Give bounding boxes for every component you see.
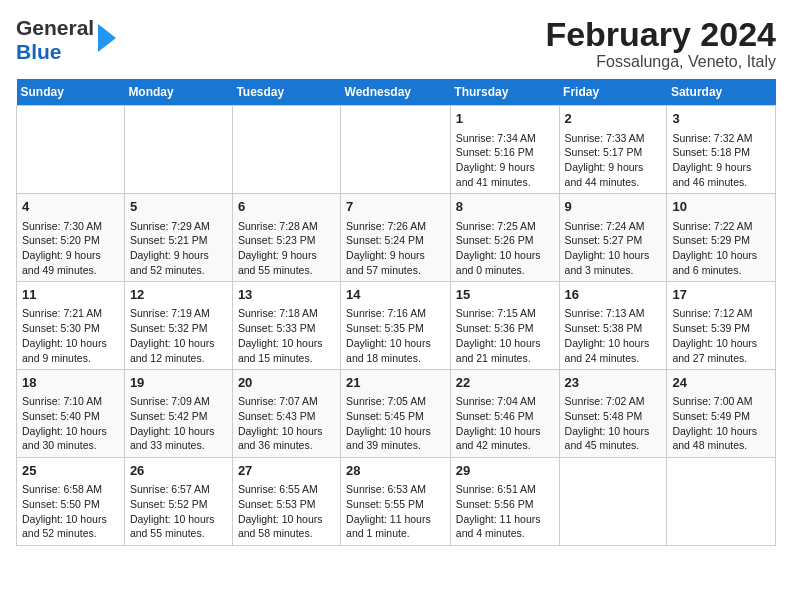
day-number: 8 (456, 198, 554, 216)
calendar-cell: 10Sunrise: 7:22 AM Sunset: 5:29 PM Dayli… (667, 194, 776, 282)
calendar-cell: 13Sunrise: 7:18 AM Sunset: 5:33 PM Dayli… (232, 282, 340, 370)
day-info: Sunrise: 7:21 AM Sunset: 5:30 PM Dayligh… (22, 306, 119, 365)
page-header: General Blue February 2024 Fossalunga, V… (16, 16, 776, 71)
calendar-cell: 11Sunrise: 7:21 AM Sunset: 5:30 PM Dayli… (17, 282, 125, 370)
day-info: Sunrise: 6:51 AM Sunset: 5:56 PM Dayligh… (456, 482, 554, 541)
calendar-cell: 16Sunrise: 7:13 AM Sunset: 5:38 PM Dayli… (559, 282, 667, 370)
day-number: 22 (456, 374, 554, 392)
day-number: 9 (565, 198, 662, 216)
day-of-week-header: Sunday (17, 79, 125, 106)
day-number: 29 (456, 462, 554, 480)
calendar-cell: 22Sunrise: 7:04 AM Sunset: 5:46 PM Dayli… (450, 370, 559, 458)
day-info: Sunrise: 6:58 AM Sunset: 5:50 PM Dayligh… (22, 482, 119, 541)
day-number: 23 (565, 374, 662, 392)
day-number: 15 (456, 286, 554, 304)
day-info: Sunrise: 7:33 AM Sunset: 5:17 PM Dayligh… (565, 131, 662, 190)
day-info: Sunrise: 7:09 AM Sunset: 5:42 PM Dayligh… (130, 394, 227, 453)
calendar-cell: 9Sunrise: 7:24 AM Sunset: 5:27 PM Daylig… (559, 194, 667, 282)
calendar-cell: 23Sunrise: 7:02 AM Sunset: 5:48 PM Dayli… (559, 370, 667, 458)
day-info: Sunrise: 7:19 AM Sunset: 5:32 PM Dayligh… (130, 306, 227, 365)
day-info: Sunrise: 7:34 AM Sunset: 5:16 PM Dayligh… (456, 131, 554, 190)
day-number: 6 (238, 198, 335, 216)
calendar-week-row: 1Sunrise: 7:34 AM Sunset: 5:16 PM Daylig… (17, 106, 776, 194)
calendar-cell: 7Sunrise: 7:26 AM Sunset: 5:24 PM Daylig… (341, 194, 451, 282)
calendar-cell (559, 458, 667, 546)
calendar-cell: 1Sunrise: 7:34 AM Sunset: 5:16 PM Daylig… (450, 106, 559, 194)
logo-top: General (16, 16, 94, 40)
calendar-cell: 2Sunrise: 7:33 AM Sunset: 5:17 PM Daylig… (559, 106, 667, 194)
day-info: Sunrise: 7:15 AM Sunset: 5:36 PM Dayligh… (456, 306, 554, 365)
calendar-table: SundayMondayTuesdayWednesdayThursdayFrid… (16, 79, 776, 546)
calendar-cell: 27Sunrise: 6:55 AM Sunset: 5:53 PM Dayli… (232, 458, 340, 546)
day-number: 19 (130, 374, 227, 392)
calendar-cell: 8Sunrise: 7:25 AM Sunset: 5:26 PM Daylig… (450, 194, 559, 282)
day-of-week-header: Friday (559, 79, 667, 106)
day-of-week-header: Thursday (450, 79, 559, 106)
calendar-cell: 20Sunrise: 7:07 AM Sunset: 5:43 PM Dayli… (232, 370, 340, 458)
day-number: 12 (130, 286, 227, 304)
day-number: 20 (238, 374, 335, 392)
day-number: 27 (238, 462, 335, 480)
day-of-week-header: Tuesday (232, 79, 340, 106)
calendar-week-row: 11Sunrise: 7:21 AM Sunset: 5:30 PM Dayli… (17, 282, 776, 370)
day-info: Sunrise: 7:02 AM Sunset: 5:48 PM Dayligh… (565, 394, 662, 453)
day-number: 17 (672, 286, 770, 304)
day-number: 7 (346, 198, 445, 216)
day-info: Sunrise: 7:07 AM Sunset: 5:43 PM Dayligh… (238, 394, 335, 453)
day-info: Sunrise: 7:28 AM Sunset: 5:23 PM Dayligh… (238, 219, 335, 278)
calendar-week-row: 25Sunrise: 6:58 AM Sunset: 5:50 PM Dayli… (17, 458, 776, 546)
day-info: Sunrise: 7:12 AM Sunset: 5:39 PM Dayligh… (672, 306, 770, 365)
title-block: February 2024 Fossalunga, Veneto, Italy (545, 16, 776, 71)
day-info: Sunrise: 6:55 AM Sunset: 5:53 PM Dayligh… (238, 482, 335, 541)
calendar-cell: 4Sunrise: 7:30 AM Sunset: 5:20 PM Daylig… (17, 194, 125, 282)
calendar-cell: 19Sunrise: 7:09 AM Sunset: 5:42 PM Dayli… (124, 370, 232, 458)
day-number: 2 (565, 110, 662, 128)
logo-icon (96, 24, 116, 56)
day-info: Sunrise: 6:57 AM Sunset: 5:52 PM Dayligh… (130, 482, 227, 541)
calendar-cell (17, 106, 125, 194)
day-info: Sunrise: 6:53 AM Sunset: 5:55 PM Dayligh… (346, 482, 445, 541)
day-number: 14 (346, 286, 445, 304)
calendar-cell: 28Sunrise: 6:53 AM Sunset: 5:55 PM Dayli… (341, 458, 451, 546)
calendar-week-row: 18Sunrise: 7:10 AM Sunset: 5:40 PM Dayli… (17, 370, 776, 458)
logo-bot: Blue (16, 40, 94, 64)
day-of-week-header: Wednesday (341, 79, 451, 106)
day-info: Sunrise: 7:04 AM Sunset: 5:46 PM Dayligh… (456, 394, 554, 453)
day-info: Sunrise: 7:30 AM Sunset: 5:20 PM Dayligh… (22, 219, 119, 278)
calendar-header-row: SundayMondayTuesdayWednesdayThursdayFrid… (17, 79, 776, 106)
day-number: 25 (22, 462, 119, 480)
calendar-cell: 25Sunrise: 6:58 AM Sunset: 5:50 PM Dayli… (17, 458, 125, 546)
day-number: 4 (22, 198, 119, 216)
calendar-cell: 21Sunrise: 7:05 AM Sunset: 5:45 PM Dayli… (341, 370, 451, 458)
calendar-title: February 2024 (545, 16, 776, 53)
calendar-cell (341, 106, 451, 194)
calendar-week-row: 4Sunrise: 7:30 AM Sunset: 5:20 PM Daylig… (17, 194, 776, 282)
day-number: 18 (22, 374, 119, 392)
calendar-cell (232, 106, 340, 194)
day-info: Sunrise: 7:24 AM Sunset: 5:27 PM Dayligh… (565, 219, 662, 278)
calendar-cell (124, 106, 232, 194)
calendar-cell: 15Sunrise: 7:15 AM Sunset: 5:36 PM Dayli… (450, 282, 559, 370)
day-of-week-header: Saturday (667, 79, 776, 106)
calendar-cell: 17Sunrise: 7:12 AM Sunset: 5:39 PM Dayli… (667, 282, 776, 370)
day-info: Sunrise: 7:18 AM Sunset: 5:33 PM Dayligh… (238, 306, 335, 365)
day-info: Sunrise: 7:10 AM Sunset: 5:40 PM Dayligh… (22, 394, 119, 453)
day-of-week-header: Monday (124, 79, 232, 106)
day-number: 26 (130, 462, 227, 480)
calendar-cell: 12Sunrise: 7:19 AM Sunset: 5:32 PM Dayli… (124, 282, 232, 370)
calendar-subtitle: Fossalunga, Veneto, Italy (545, 53, 776, 71)
day-number: 16 (565, 286, 662, 304)
day-info: Sunrise: 7:29 AM Sunset: 5:21 PM Dayligh… (130, 219, 227, 278)
day-number: 3 (672, 110, 770, 128)
day-info: Sunrise: 7:25 AM Sunset: 5:26 PM Dayligh… (456, 219, 554, 278)
day-number: 13 (238, 286, 335, 304)
day-number: 11 (22, 286, 119, 304)
day-info: Sunrise: 7:13 AM Sunset: 5:38 PM Dayligh… (565, 306, 662, 365)
day-number: 21 (346, 374, 445, 392)
day-number: 24 (672, 374, 770, 392)
calendar-cell: 5Sunrise: 7:29 AM Sunset: 5:21 PM Daylig… (124, 194, 232, 282)
day-number: 10 (672, 198, 770, 216)
calendar-cell: 26Sunrise: 6:57 AM Sunset: 5:52 PM Dayli… (124, 458, 232, 546)
day-info: Sunrise: 7:05 AM Sunset: 5:45 PM Dayligh… (346, 394, 445, 453)
calendar-cell (667, 458, 776, 546)
